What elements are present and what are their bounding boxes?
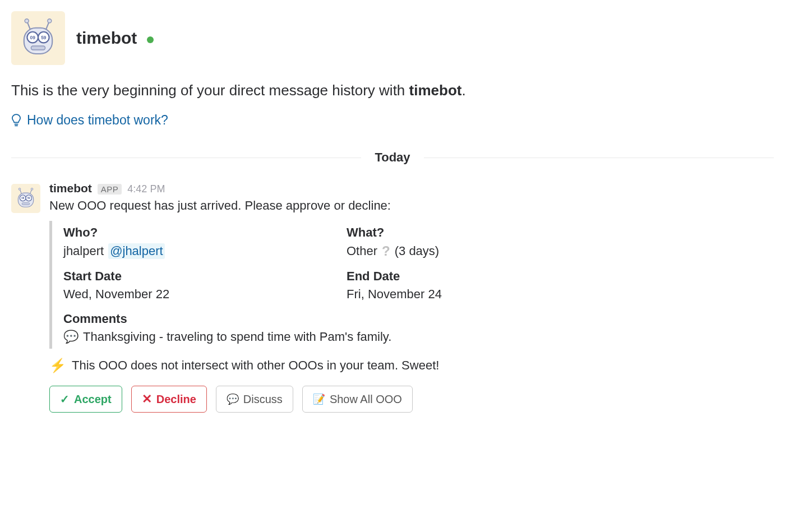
dm-header: timebot [11, 11, 774, 65]
help-link[interactable]: How does timebot work? [11, 113, 774, 128]
bot-avatar-large [11, 11, 65, 65]
speech-bubble-icon: 💬 [227, 393, 239, 405]
field-what: What? Other ? (3 days) [347, 225, 613, 259]
who-mention[interactable]: @jhalpert [108, 243, 165, 259]
who-name: jhalpert [63, 244, 104, 258]
intro-prefix: This is the very beginning of your direc… [11, 82, 409, 99]
lightning-icon: ⚡ [49, 358, 66, 373]
start-value: Wed, November 22 [63, 287, 330, 302]
show-all-ooo-button[interactable]: 📝 Show All OOO [302, 386, 413, 413]
end-value: Fri, November 24 [347, 287, 613, 302]
comments-value: Thanksgiving - traveling to spend time w… [83, 330, 391, 344]
decline-label: Decline [156, 393, 196, 406]
question-mark-icon: ? [382, 243, 390, 259]
bot-avatar-small [11, 184, 40, 213]
field-who: Who? jhalpert @jhalpert [63, 225, 330, 259]
field-end-date: End Date Fri, November 24 [347, 269, 613, 302]
what-label: What? [347, 225, 613, 240]
intro-suffix: . [461, 82, 465, 99]
start-label: Start Date [63, 269, 330, 284]
message-row: timebot APP 4:42 PM New OOO request has … [11, 182, 774, 413]
what-duration: (3 days) [395, 244, 439, 258]
message-text: New OOO request has just arrived. Please… [49, 198, 774, 213]
sender-name: timebot [49, 182, 92, 195]
end-label: End Date [347, 269, 613, 284]
accept-button[interactable]: ✓ Accept [49, 386, 122, 413]
divider-label: Today [361, 150, 423, 165]
memo-icon: 📝 [313, 393, 325, 405]
divider-line-left [11, 158, 361, 158]
who-label: Who? [63, 225, 330, 240]
comments-label: Comments [63, 312, 613, 326]
field-comments: Comments 💬 Thanksgiving - traveling to s… [63, 312, 613, 344]
intro-text: This is the very beginning of your direc… [11, 82, 774, 99]
message-header: timebot APP 4:42 PM [49, 182, 774, 195]
bot-name-title: timebot [76, 29, 137, 47]
intersect-notice: ⚡ This OOO does not intersect with other… [49, 358, 774, 373]
x-icon: ✕ [142, 392, 152, 406]
button-row: ✓ Accept ✕ Decline 💬 Discuss 📝 Show All … [49, 386, 774, 413]
attachment-block: Who? jhalpert @jhalpert What? Other ? (3… [49, 221, 774, 349]
status-online-icon [147, 36, 154, 43]
date-divider: Today [11, 150, 774, 165]
divider-line-right [424, 158, 774, 158]
robot-icon [15, 188, 36, 209]
speech-bubble-icon: 💬 [63, 330, 78, 344]
message-timestamp: 4:42 PM [127, 183, 165, 195]
show-all-label: Show All OOO [330, 393, 402, 406]
discuss-label: Discuss [243, 393, 283, 406]
app-badge: APP [98, 184, 122, 195]
check-icon: ✓ [60, 392, 70, 406]
robot-icon [19, 18, 58, 58]
field-start-date: Start Date Wed, November 22 [63, 269, 330, 302]
help-link-text: How does timebot work? [27, 113, 168, 128]
discuss-button[interactable]: 💬 Discuss [216, 386, 293, 413]
what-value: Other [347, 244, 377, 258]
intersect-text: This OOO does not intersect with other O… [72, 358, 439, 373]
message-body: timebot APP 4:42 PM New OOO request has … [49, 182, 774, 413]
decline-button[interactable]: ✕ Decline [131, 386, 207, 413]
lightbulb-icon [11, 114, 21, 127]
intro-bold: timebot [409, 82, 462, 99]
accept-label: Accept [74, 393, 112, 406]
